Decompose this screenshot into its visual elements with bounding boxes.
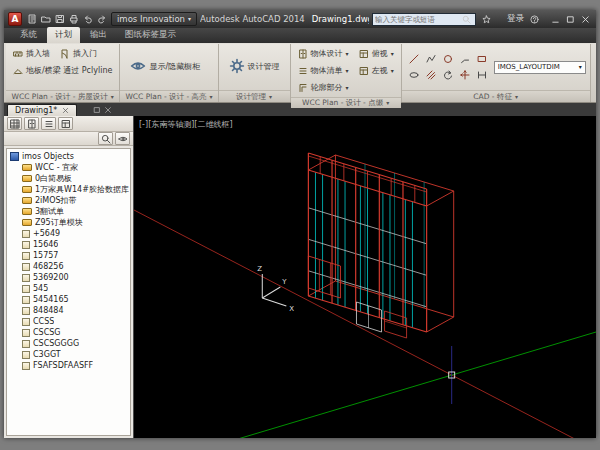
panel-caption[interactable]: WCC Plan - 设计 - 房屋设计▾ (6, 90, 119, 102)
workspace-menu[interactable]: imos Innovation ▾ (111, 12, 197, 26)
arc-icon (460, 54, 470, 64)
panel-caption[interactable]: CAD - 特征▾ (402, 90, 590, 102)
tree-item[interactable]: FSAFSDFAASFF (10, 360, 130, 371)
drawing-canvas[interactable]: ZXY (134, 116, 596, 438)
tree-item[interactable]: 0白简易板 (10, 173, 130, 184)
line-tool-button[interactable] (406, 52, 422, 67)
tree-item[interactable]: WCC - 宜家 (10, 162, 130, 173)
ribbon-tab-bar: 系统计划输出图纸标签显示 (4, 28, 596, 43)
ribbon-tab-系统[interactable]: 系统 (12, 27, 45, 43)
title-bar: A imos Innovation ▾ Autodesk AutoCAD 201… (4, 10, 596, 28)
cabinet-palette-button[interactable] (24, 117, 39, 130)
tree-item[interactable]: 5454165 (10, 294, 130, 305)
tree-item[interactable]: 2iMOS扣带 (10, 195, 130, 206)
cabinet-icon (27, 119, 37, 129)
drawing-area[interactable]: [-][东南等轴测][二维线框] ZXY (134, 116, 596, 438)
tree-item[interactable]: 848484 (10, 305, 130, 316)
minimize-button[interactable] (548, 12, 562, 26)
view-button[interactable]: 左视▾ (356, 63, 397, 78)
floor-button[interactable]: 地板/横梁 通过 Pclyline (10, 63, 115, 78)
tree-item[interactable]: CSCSG (10, 327, 130, 338)
tree-item[interactable]: +5649 (10, 228, 130, 239)
close-button[interactable] (578, 12, 592, 26)
chevron-down-icon: ▾ (579, 64, 582, 70)
dim-tool-button[interactable] (474, 68, 490, 83)
hatch-tool-button[interactable] (423, 68, 439, 83)
rotate-tool-button[interactable] (440, 68, 456, 83)
arc-tool-button[interactable] (457, 52, 473, 67)
circle-tool-button[interactable] (440, 52, 456, 67)
profile-button[interactable]: 轮廓部分▾ (295, 80, 352, 95)
list-button[interactable]: 物体清单▾ (295, 63, 352, 78)
app-menu-button[interactable]: A (8, 12, 22, 26)
tree-item[interactable]: CSCSGGGG (10, 338, 130, 349)
rect-tool-button[interactable] (474, 52, 490, 67)
auto-hide-icon[interactable] (93, 106, 101, 114)
article-icon (22, 329, 30, 337)
tree-item[interactable]: C3GGT (10, 349, 130, 360)
panel-caption[interactable]: WCC Plan - 设计 - 点缀▾ (291, 97, 401, 108)
tree-item[interactable]: 3翻试单 (10, 206, 130, 217)
ribbon-tab-输出[interactable]: 输出 (82, 27, 115, 43)
search-icon[interactable] (459, 12, 473, 26)
doc-button[interactable] (25, 13, 38, 26)
tree-item[interactable]: 5369200 (10, 272, 130, 283)
ribbon-row: 轮廓部分▾ (295, 80, 397, 95)
search-input[interactable] (375, 15, 459, 24)
list-palette-button[interactable] (41, 117, 56, 130)
folder-icon (22, 175, 32, 182)
ellipse-tool-button[interactable] (406, 68, 422, 83)
article-icon (22, 263, 30, 271)
move-tool-button[interactable] (457, 68, 473, 83)
tree-item-label: 15757 (33, 251, 58, 260)
tree-root-imos-objects[interactable]: imos Objects (10, 151, 130, 162)
viewport-controls[interactable]: [-][东南等轴测][二维线框] (139, 119, 233, 130)
tree-root-label: imos Objects (22, 152, 74, 161)
door-button[interactable]: 插入门 (57, 46, 100, 61)
cabinet-button[interactable]: 物体设计▾ (295, 46, 352, 61)
view-palette-button[interactable] (58, 117, 73, 130)
print-button[interactable] (67, 13, 80, 26)
ribbon-tab-图纸标签显示[interactable]: 图纸标签显示 (117, 27, 184, 43)
save-button[interactable] (53, 13, 66, 26)
folder-button[interactable] (39, 13, 52, 26)
help-icon[interactable] (527, 12, 541, 26)
tree-item[interactable]: 545 (10, 283, 130, 294)
maximize-button[interactable] (563, 12, 577, 26)
grid-palette-button[interactable] (7, 117, 22, 130)
doc-icon (27, 14, 37, 24)
ribbon-tab-计划[interactable]: 计划 (47, 27, 80, 43)
tree-item[interactable]: Z95订单模块 (10, 217, 130, 228)
tree-item-label: 3翻试单 (35, 206, 64, 217)
list-icon (298, 66, 308, 76)
exchange-star-icon[interactable] (479, 12, 493, 26)
dimension-style-combo[interactable]: IMOS_LAYOUTDIM▾ (494, 61, 586, 74)
tree-item[interactable]: 15646 (10, 239, 130, 250)
search-box (372, 13, 476, 26)
gear-button[interactable]: 设计管理 (223, 46, 286, 86)
close-tab-icon[interactable] (62, 107, 69, 114)
document-tab[interactable]: Drawing1* (7, 104, 77, 116)
panel-caption[interactable]: WCC Plan - 设计 - 高亮▾ (120, 90, 217, 102)
tree-item[interactable]: 468256 (10, 261, 130, 272)
undo-button[interactable] (81, 13, 94, 26)
redo-button[interactable] (95, 13, 108, 26)
tree-item[interactable]: 1万家具W14#胶拾数据库 (10, 184, 130, 195)
eye-button[interactable]: 显示/隐藏橱柜 (124, 46, 206, 86)
imos-object-palette: imos ObjectsWCC - 宜家0白简易板1万家具W14#胶拾数据库2i… (4, 116, 134, 438)
ribbon-button-label: 物体设计 (311, 48, 343, 59)
palette-toolbar-secondary (4, 132, 133, 146)
chevron-down-icon: ▾ (111, 94, 114, 100)
wall-button[interactable]: 插入墙 (10, 46, 53, 61)
app-logo: A (12, 14, 19, 24)
tree-item[interactable]: CCSS (10, 316, 130, 327)
view-button[interactable]: 俯视▾ (356, 46, 397, 61)
panel-caption[interactable]: 设计管理▾ (219, 90, 290, 102)
workspace-menu-label: imos Innovation (117, 14, 185, 24)
eye-palette-button[interactable] (115, 132, 130, 145)
sign-in-button[interactable]: 登录 (496, 13, 524, 25)
close-palette-icon[interactable] (104, 106, 112, 114)
search-palette-button[interactable] (98, 132, 113, 145)
polyline-tool-button[interactable] (423, 52, 439, 67)
tree-item[interactable]: 15757 (10, 250, 130, 261)
